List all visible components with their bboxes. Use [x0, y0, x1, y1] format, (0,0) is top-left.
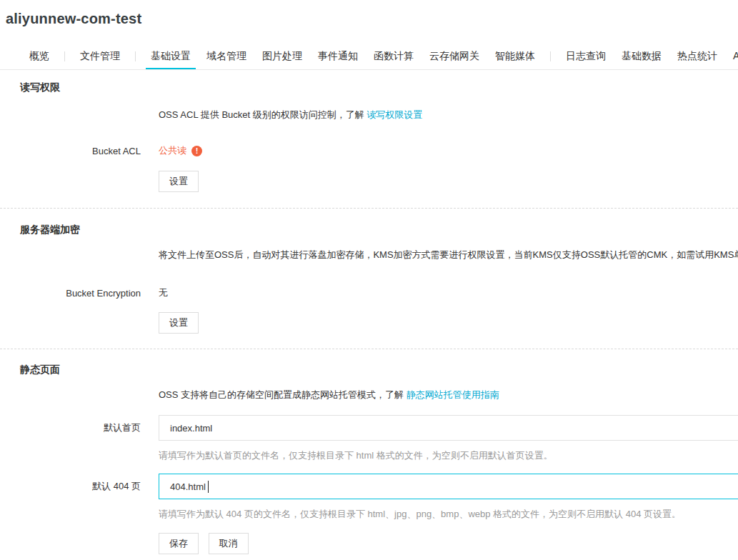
tab-domain-management[interactable]: 域名管理 [199, 43, 254, 70]
tab-function-compute[interactable]: 函数计算 [366, 43, 422, 70]
static-hosting-guide-link[interactable]: 静态网站托管使用指南 [407, 389, 499, 400]
acl-settings-doc-link[interactable]: 读写权限设置 [366, 109, 422, 120]
static-pages-description-text: OSS 支持将自己的存储空间配置成静态网站托管模式，了解 [159, 389, 407, 400]
tab-api-statistics[interactable]: API 统计 [725, 43, 738, 70]
tab-basic-data[interactable]: 基础数据 [614, 43, 669, 70]
default-404-input[interactable] [159, 474, 738, 499]
default-404-label: 默认 404 页 [20, 480, 141, 493]
default-index-label: 默认首页 [20, 421, 141, 434]
page-title: aliyunnew-com-test [6, 11, 738, 27]
text-caret [208, 481, 209, 493]
tab-cloud-storage-gateway[interactable]: 云存储网关 [422, 43, 487, 70]
section-divider [0, 208, 738, 209]
static-pages-actions: 保存 取消 [159, 533, 738, 554]
settings-content: 读写权限 OSS ACL 提供 Bucket 级别的权限访问控制，了解 读写权限… [0, 70, 738, 554]
static-pages-description: OSS 支持将自己的存储空间配置成静态网站托管模式，了解 静态网站托管使用指南 [159, 389, 738, 401]
acl-set-button[interactable]: 设置 [159, 171, 199, 192]
tab-hotspot-statistics[interactable]: 热点统计 [669, 43, 725, 70]
default-404-input-wrap [159, 474, 738, 499]
default-index-input[interactable] [159, 415, 738, 441]
section-title-encryption: 服务器端加密 [20, 224, 738, 236]
encryption-actions: 设置 [159, 312, 738, 334]
bucket-acl-row: Bucket ACL 公共读 ! [20, 144, 738, 157]
tab-overview[interactable]: 概览 [21, 43, 57, 70]
acl-description-text: OSS ACL 提供 Bucket 级别的权限访问控制，了解 [159, 109, 366, 120]
bucket-encryption-value: 无 [159, 286, 168, 299]
default-index-row: 默认首页 [20, 415, 738, 441]
save-button[interactable]: 保存 [159, 533, 199, 554]
acl-description: OSS ACL 提供 Bucket 级别的权限访问控制，了解 读写权限设置 [159, 109, 738, 121]
tab-basic-settings[interactable]: 基础设置 [143, 43, 199, 70]
bucket-encryption-value-group: 无 [159, 286, 168, 299]
bucket-encryption-row: Bucket Encryption 无 [20, 286, 738, 299]
tab-separator [64, 51, 65, 61]
section-title-acl: 读写权限 [20, 81, 738, 94]
tab-event-notification[interactable]: 事件通知 [310, 43, 366, 70]
section-title-static-pages: 静态页面 [20, 364, 738, 376]
tab-log-query[interactable]: 日志查询 [558, 43, 614, 70]
default-index-help: 请填写作为默认首页的文件名，仅支持根目录下 html 格式的文件，为空则不启用默… [159, 449, 738, 462]
encryption-set-button[interactable]: 设置 [159, 312, 199, 334]
cancel-button[interactable]: 取消 [209, 533, 249, 554]
tab-image-processing[interactable]: 图片处理 [254, 43, 310, 70]
warning-exclamation-icon: ! [191, 146, 202, 156]
tab-separator [135, 51, 136, 61]
bucket-encryption-label: Bucket Encryption [20, 288, 141, 299]
tab-separator [550, 51, 551, 61]
default-index-input-wrap [159, 415, 738, 441]
section-divider [0, 349, 738, 349]
encryption-description: 将文件上传至OSS后，自动对其进行落盘加密存储，KMS加密方式需要进行权限设置，… [159, 249, 738, 261]
bucket-acl-value-group: 公共读 ! [159, 144, 202, 157]
bucket-acl-label: Bucket ACL [20, 146, 141, 156]
tab-file-management[interactable]: 文件管理 [72, 43, 128, 70]
default-404-help: 请填写作为默认 404 页的文件名，仅支持根目录下 html、jpg、png、b… [159, 508, 738, 521]
tab-bar: 概览 文件管理 基础设置 域名管理 图片处理 事件通知 函数计算 云存储网关 智… [0, 43, 738, 70]
default-404-row: 默认 404 页 [20, 474, 738, 499]
bucket-acl-value: 公共读 [159, 144, 186, 157]
tab-intelligent-media[interactable]: 智能媒体 [487, 43, 543, 70]
acl-actions: 设置 [159, 171, 738, 192]
